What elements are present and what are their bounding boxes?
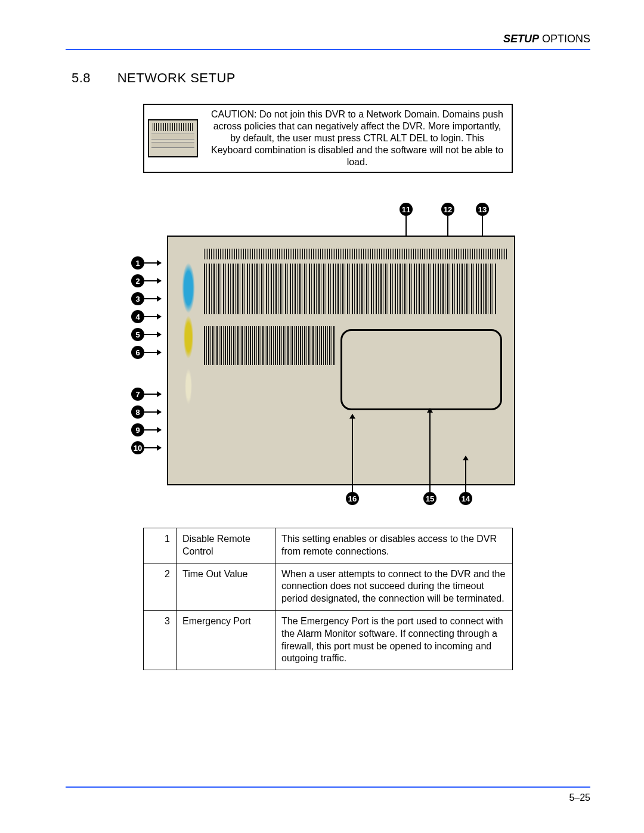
callout-15: 15 (423, 492, 436, 505)
callout-10-arrow (144, 447, 161, 448)
callout-14: 14 (459, 492, 472, 505)
row-number: 3 (144, 610, 177, 670)
row-name: Disable Remote Control (177, 528, 275, 563)
bottom-rule (66, 786, 590, 788)
section-title-text: NETWORK SETUP (117, 70, 236, 85)
callout-13: 13 (476, 203, 489, 216)
network-setup-screenshot (167, 236, 515, 485)
row-number: 2 (144, 563, 177, 610)
right-panel-outline (340, 329, 502, 410)
caution-thumbnail-icon (148, 119, 198, 157)
sidebar-graphic-icon (177, 249, 200, 445)
callout-1: 1 (131, 256, 144, 270)
header-section-label: SETUP OPTIONS (66, 33, 590, 45)
row-name: Emergency Port (177, 610, 275, 670)
callout-7: 7 (131, 388, 144, 401)
row-description: This setting enables or disables access … (275, 528, 513, 563)
section-number: 5.8 (72, 70, 113, 86)
callout-6-arrow (144, 352, 161, 353)
callout-16-line (352, 414, 353, 492)
diagram: 11 12 13 12345678910 16 15 14 (119, 206, 537, 504)
table-row: 3Emergency PortThe Emergency Port is the… (144, 610, 513, 670)
table-row: 1Disable Remote ControlThis setting enab… (144, 528, 513, 563)
section-heading: 5.8 NETWORK SETUP (72, 70, 590, 86)
callout-5-arrow (144, 334, 161, 335)
caution-text: CAUTION: Do not join this DVR to a Netwo… (209, 109, 506, 168)
page-number: 5–25 (66, 792, 590, 803)
table-row: 2Time Out ValueWhen a user attempts to c… (144, 563, 513, 610)
row-description: The Emergency Port is the port used to c… (275, 610, 513, 670)
row-number: 1 (144, 528, 177, 563)
callout-8: 8 (131, 405, 144, 419)
row-name: Time Out Value (177, 563, 275, 610)
callout-4-arrow (144, 316, 161, 317)
callout-8-arrow (144, 411, 161, 413)
callout-16: 16 (346, 492, 359, 505)
top-rule (66, 49, 590, 50)
callout-11: 11 (400, 203, 413, 216)
callout-1-arrow (144, 262, 161, 264)
callout-7-arrow (144, 394, 161, 395)
header-rest: OPTIONS (539, 33, 590, 45)
callout-15-line (429, 408, 431, 492)
callout-12: 12 (441, 203, 454, 216)
callout-6: 6 (131, 346, 144, 359)
callout-14-line (465, 456, 466, 492)
header-em: SETUP (503, 33, 539, 45)
callout-5: 5 (131, 328, 144, 341)
callout-10: 10 (131, 441, 144, 454)
caution-box: CAUTION: Do not join this DVR to a Netwo… (143, 104, 513, 173)
callout-9: 9 (131, 423, 144, 436)
row-description: When a user attempts to connect to the D… (275, 563, 513, 610)
callout-3-arrow (144, 298, 161, 299)
callout-2-arrow (144, 280, 161, 281)
reference-table: 1Disable Remote ControlThis setting enab… (143, 528, 513, 670)
callout-4: 4 (131, 310, 144, 323)
callout-2: 2 (131, 274, 144, 287)
callout-3: 3 (131, 292, 144, 305)
callout-9-arrow (144, 429, 161, 431)
